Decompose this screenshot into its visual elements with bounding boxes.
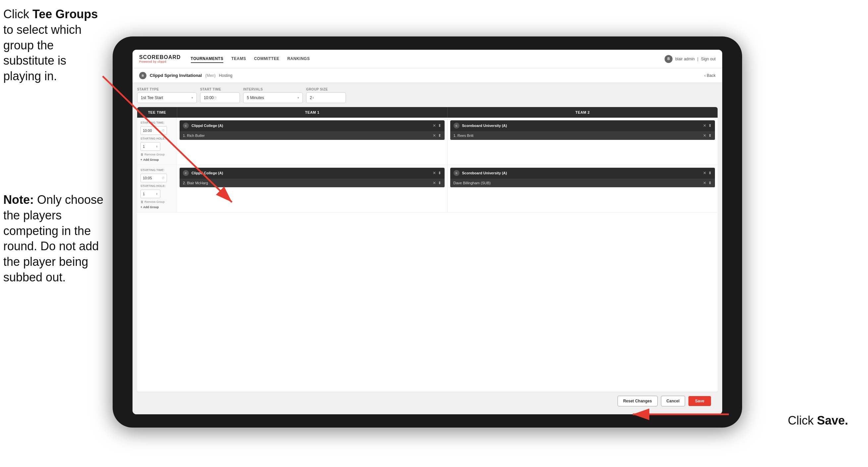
hole-input-1[interactable]: 1 ⬍ [141, 142, 160, 151]
time-input-2[interactable]: 10:05 ⏱ [141, 174, 167, 182]
team-group-name-2-1: Clippd College (A) [191, 171, 430, 175]
team-group-actions-2-1: ✕ ⬍ [433, 171, 441, 175]
team-group-actions-1-1: ✕ ⬍ [433, 123, 441, 128]
nav-rankings[interactable]: RANKINGS [287, 55, 310, 63]
close-icon[interactable]: ✕ [703, 123, 706, 128]
team1-cell-2: C Clippd College (A) ✕ ⬍ 2. Blair McHarg [177, 165, 447, 212]
time-cell-2: STARTING TIME: 10:05 ⏱ STARTING HOLE: 1 … [137, 165, 177, 212]
team-group-actions-2-2: ✕ ⬍ [703, 171, 712, 175]
cancel-button[interactable]: Cancel [661, 396, 685, 406]
hole-input-2[interactable]: 1 ⬍ [141, 189, 160, 198]
remove-group-btn-1[interactable]: 🗑 Remove Group [141, 153, 173, 156]
starting-hole-label-1: STARTING HOLE: [141, 137, 173, 140]
clock-icon-2: ⏱ [162, 176, 165, 180]
clock-icon-1: ⏱ [162, 129, 165, 132]
remove-group-btn-2[interactable]: 🗑 Remove Group [141, 200, 173, 204]
team-avatar-1-2: S [454, 123, 460, 128]
nav-separator: | [698, 57, 699, 61]
team-group-header-1-2[interactable]: S Scoreboard University (A) ✕ ⬍ [450, 120, 715, 131]
add-group-btn-2[interactable]: + Add Group [141, 205, 173, 209]
player-chevron-icon[interactable]: ⬍ [708, 181, 712, 185]
start-time-group: Start Time 10:00 ⏱ [200, 88, 240, 103]
close-icon[interactable]: ✕ [433, 171, 436, 175]
nav-avatar: B [664, 55, 673, 63]
player-actions-2-2-1: ✕ ⬍ [703, 181, 712, 185]
sub-header: B Clippd Spring Invitational (Men) Hosti… [132, 68, 722, 83]
player-name-2-1-1: 2. Blair McHarg [183, 181, 433, 185]
col-tee-time: Tee Time [137, 107, 177, 118]
close-icon[interactable]: ✕ [433, 123, 436, 128]
player-name-1-1-1: 1. Rich Butler [183, 134, 433, 138]
team-group-1-2: S Scoreboard University (A) ✕ ⬍ 1. Rees … [450, 120, 715, 140]
table-row: STARTING TIME: 10:05 ⏱ STARTING HOLE: 1 … [137, 165, 718, 212]
click-save-instruction: Click Save. [788, 414, 848, 428]
save-button[interactable]: Save [688, 396, 711, 406]
team-group-header-2-2[interactable]: S Scoreboard University (A) ✕ ⬍ [450, 168, 715, 178]
tablet-screen: SCOREBOARD Powered by clippd TOURNAMENTS… [132, 50, 722, 414]
player-chevron-icon[interactable]: ⬍ [438, 181, 441, 185]
player-close-icon[interactable]: ✕ [433, 181, 436, 185]
chevron-down-icon[interactable]: ⬍ [708, 171, 712, 175]
nav-user: B blair admin | Sign out [664, 55, 716, 63]
note-text: Note: Only choose the players competing … [3, 193, 103, 284]
logo-sub: Powered by clippd [139, 60, 181, 63]
chevron-down-icon[interactable]: ⬍ [438, 171, 441, 175]
player-close-icon[interactable]: ✕ [433, 133, 436, 138]
starting-time-label-2: STARTING TIME: [141, 168, 173, 172]
team-group-name-1-1: Clippd College (A) [191, 124, 430, 127]
player-row-2-2-1: Dave Billingham (SUB) ✕ ⬍ [450, 179, 715, 187]
player-actions-1-2-1: ✕ ⬍ [703, 133, 712, 138]
add-group-btn-1[interactable]: + Add Group [141, 158, 173, 162]
intervals-group: Intervals 5 Minutes [243, 88, 303, 103]
start-type-label: Start Type [137, 88, 197, 91]
group-size-group: Group Size 2 [306, 88, 346, 103]
instructions-bottom: Note: Only choose the players competing … [3, 192, 106, 285]
sign-out-link[interactable]: Sign out [701, 57, 716, 61]
reset-button[interactable]: Reset Changes [618, 396, 658, 406]
time-input-1[interactable]: 10:00 ⏱ [141, 126, 167, 135]
intervals-value: 5 Minutes [247, 95, 264, 100]
team-avatar-2-2: S [454, 170, 460, 176]
tee-table-header: Tee Time Team 1 Team 2 [137, 107, 718, 118]
intervals-select[interactable]: 5 Minutes [243, 92, 303, 103]
group-size-input[interactable]: 2 [306, 92, 346, 103]
gender-badge: (Men) [205, 73, 215, 78]
player-close-icon[interactable]: ✕ [703, 133, 706, 138]
start-time-value: 10:00 [204, 95, 214, 100]
player-row-1-1-1: 1. Rich Butler ✕ ⬍ [180, 131, 444, 140]
col-team1: Team 1 [177, 107, 447, 118]
team-avatar-2-1: C [183, 170, 189, 176]
col-team2: Team 2 [447, 107, 718, 118]
instructions-text: Click Tee Groups to select which group t… [3, 7, 98, 83]
team-group-1-1: C Clippd College (A) ✕ ⬍ 1. Rich Butler [180, 120, 444, 140]
nav-tournaments[interactable]: TOURNAMENTS [191, 55, 224, 63]
start-type-select[interactable]: 1st Tee Start [137, 92, 197, 103]
team-group-header-1-1[interactable]: C Clippd College (A) ✕ ⬍ [180, 120, 444, 131]
nav-committee[interactable]: COMMITTEE [254, 55, 280, 63]
logo-title: SCOREBOARD [139, 55, 181, 60]
nav-teams[interactable]: TEAMS [231, 55, 246, 63]
group-size-value: 2 [310, 95, 312, 100]
close-icon[interactable]: ✕ [703, 171, 706, 175]
team-group-header-2-1[interactable]: C Clippd College (A) ✕ ⬍ [180, 168, 444, 178]
chevron-down-icon[interactable]: ⬍ [708, 123, 712, 128]
start-time-label: Start Time [200, 88, 240, 91]
starting-time-label-1: STARTING TIME: [141, 121, 173, 124]
chevron-down-icon[interactable]: ⬍ [438, 123, 441, 128]
bottom-bar: Reset Changes Cancel Save [137, 392, 718, 410]
team-group-name-2-2: Scoreboard University (A) [462, 171, 701, 175]
back-button[interactable]: ‹ Back [704, 73, 716, 78]
table-row: STARTING TIME: 10:00 ⏱ STARTING HOLE: 1 … [137, 118, 718, 165]
starting-hole-label-2: STARTING HOLE: [141, 184, 173, 187]
start-row: Start Type 1st Tee Start Start Time 10:0… [137, 88, 718, 103]
team2-cell-2: S Scoreboard University (A) ✕ ⬍ Dave Bil… [447, 165, 718, 212]
player-actions-1-1-1: ✕ ⬍ [433, 133, 441, 138]
player-name-2-2-1: Dave Billingham (SUB) [454, 181, 703, 185]
team2-cell-1: S Scoreboard University (A) ✕ ⬍ 1. Rees … [447, 118, 718, 165]
intervals-label: Intervals [243, 88, 303, 91]
start-time-input[interactable]: 10:00 ⏱ [200, 92, 240, 103]
player-close-icon[interactable]: ✕ [703, 181, 706, 185]
clock-icon: ⏱ [214, 96, 217, 100]
player-chevron-icon[interactable]: ⬍ [438, 133, 441, 138]
player-chevron-icon[interactable]: ⬍ [708, 133, 712, 138]
